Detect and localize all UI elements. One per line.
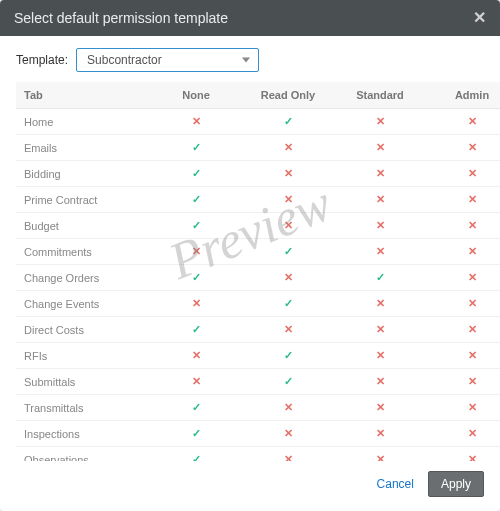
cross-icon: ✕ (284, 453, 293, 461)
cross-icon: ✕ (192, 375, 201, 388)
row-tab-label: Direct Costs (16, 317, 150, 343)
row-tab-label: Bidding (16, 161, 150, 187)
cross-icon: ✕ (376, 193, 385, 206)
check-icon: ✓ (284, 245, 293, 258)
check-icon: ✓ (284, 115, 293, 128)
apply-button[interactable]: Apply (428, 471, 484, 497)
check-icon: ✓ (192, 141, 201, 154)
cross-icon: ✕ (468, 193, 477, 206)
permissions-table: Tab None Read Only Standard Admin Home✕✓… (16, 82, 500, 461)
cross-icon: ✕ (284, 401, 293, 414)
check-icon: ✓ (192, 271, 201, 284)
table-row: Submittals✕✓✕✕ (16, 369, 500, 395)
col-none: None (150, 82, 242, 109)
cancel-button[interactable]: Cancel (377, 477, 414, 491)
check-icon: ✓ (192, 401, 201, 414)
row-tab-label: Change Orders (16, 265, 150, 291)
table-row: Home✕✓✕✕ (16, 109, 500, 135)
table-row: RFIs✕✓✕✕ (16, 343, 500, 369)
cross-icon: ✕ (468, 219, 477, 232)
modal-title: Select default permission template (14, 10, 228, 26)
table-row: Change Orders✓✕✓✕ (16, 265, 500, 291)
row-tab-label: Change Events (16, 291, 150, 317)
table-header-row: Tab None Read Only Standard Admin (16, 82, 500, 109)
permission-template-modal: Select default permission template ✕ Tem… (0, 0, 500, 511)
check-icon: ✓ (192, 427, 201, 440)
cross-icon: ✕ (284, 141, 293, 154)
cross-icon: ✕ (468, 349, 477, 362)
cross-icon: ✕ (376, 245, 385, 258)
table-row: Commitments✕✓✕✕ (16, 239, 500, 265)
table-row: Transmittals✓✕✕✕ (16, 395, 500, 421)
cross-icon: ✕ (192, 349, 201, 362)
modal-footer: Cancel Apply (0, 461, 500, 511)
row-tab-label: Inspections (16, 421, 150, 447)
cross-icon: ✕ (468, 245, 477, 258)
template-select[interactable]: Subcontractor (76, 48, 259, 72)
cross-icon: ✕ (376, 453, 385, 461)
cross-icon: ✕ (468, 141, 477, 154)
check-icon: ✓ (192, 219, 201, 232)
cross-icon: ✕ (376, 167, 385, 180)
cross-icon: ✕ (376, 297, 385, 310)
check-icon: ✓ (284, 375, 293, 388)
row-tab-label: Commitments (16, 239, 150, 265)
cross-icon: ✕ (376, 323, 385, 336)
check-icon: ✓ (192, 193, 201, 206)
cross-icon: ✕ (192, 115, 201, 128)
cross-icon: ✕ (376, 375, 385, 388)
row-tab-label: Transmittals (16, 395, 150, 421)
check-icon: ✓ (376, 271, 385, 284)
row-tab-label: Emails (16, 135, 150, 161)
cross-icon: ✕ (192, 245, 201, 258)
modal-header: Select default permission template ✕ (0, 0, 500, 36)
chevron-down-icon (242, 58, 250, 63)
cross-icon: ✕ (284, 323, 293, 336)
check-icon: ✓ (284, 349, 293, 362)
cross-icon: ✕ (284, 271, 293, 284)
col-tab: Tab (16, 82, 150, 109)
template-label: Template: (16, 53, 68, 67)
table-row: Inspections✓✕✕✕ (16, 421, 500, 447)
cross-icon: ✕ (468, 401, 477, 414)
row-tab-label: Home (16, 109, 150, 135)
table-row: Direct Costs✓✕✕✕ (16, 317, 500, 343)
row-tab-label: Submittals (16, 369, 150, 395)
table-row: Emails✓✕✕✕ (16, 135, 500, 161)
cross-icon: ✕ (468, 297, 477, 310)
cross-icon: ✕ (376, 401, 385, 414)
cross-icon: ✕ (376, 115, 385, 128)
cross-icon: ✕ (468, 115, 477, 128)
row-tab-label: Observations (16, 447, 150, 462)
check-icon: ✓ (192, 323, 201, 336)
cross-icon: ✕ (284, 167, 293, 180)
cross-icon: ✕ (468, 427, 477, 440)
template-selector-row: Template: Subcontractor (16, 48, 484, 72)
row-tab-label: Prime Contract (16, 187, 150, 213)
cross-icon: ✕ (468, 271, 477, 284)
check-icon: ✓ (192, 167, 201, 180)
modal-body: Template: Subcontractor Tab None Read On… (0, 36, 500, 461)
table-row: Observations✓✕✕✕ (16, 447, 500, 462)
table-row: Prime Contract✓✕✕✕ (16, 187, 500, 213)
row-tab-label: RFIs (16, 343, 150, 369)
close-icon[interactable]: ✕ (473, 10, 486, 26)
cross-icon: ✕ (192, 297, 201, 310)
table-row: Change Events✕✓✕✕ (16, 291, 500, 317)
col-standard: Standard (334, 82, 426, 109)
row-tab-label: Budget (16, 213, 150, 239)
cross-icon: ✕ (284, 193, 293, 206)
template-select-value: Subcontractor (87, 53, 162, 67)
cross-icon: ✕ (376, 219, 385, 232)
cross-icon: ✕ (284, 427, 293, 440)
cross-icon: ✕ (376, 427, 385, 440)
table-row: Budget✓✕✕✕ (16, 213, 500, 239)
col-readonly: Read Only (242, 82, 334, 109)
table-row: Bidding✓✕✕✕ (16, 161, 500, 187)
check-icon: ✓ (192, 453, 201, 461)
check-icon: ✓ (284, 297, 293, 310)
cross-icon: ✕ (468, 323, 477, 336)
cross-icon: ✕ (284, 219, 293, 232)
cross-icon: ✕ (468, 375, 477, 388)
col-admin: Admin (426, 82, 500, 109)
